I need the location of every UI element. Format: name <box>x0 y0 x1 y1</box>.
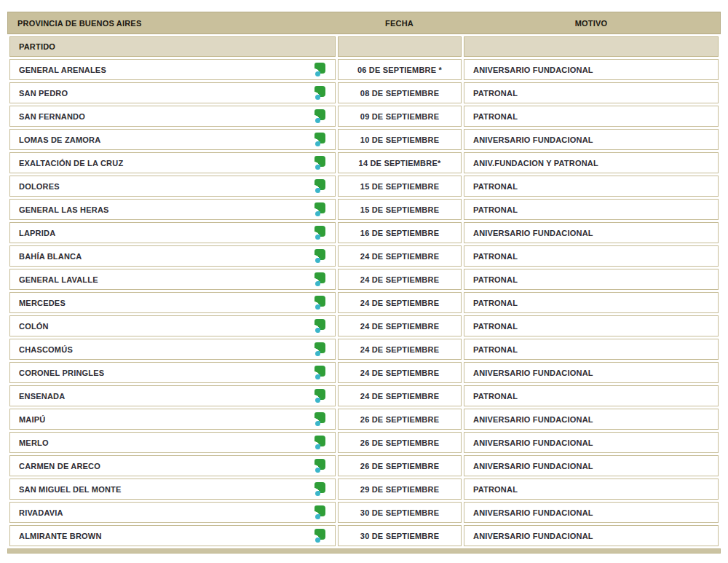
partido-name: GENERAL LAS HERAS <box>19 205 109 214</box>
provincia-logo-icon <box>314 179 325 193</box>
subheader-empty-fecha <box>338 36 462 57</box>
fecha-cell: 29 DE SEPTIEMBRE <box>338 479 462 500</box>
table-row: GENERAL LAS HERAS 15 DE SEPTIEMBRE PATRO… <box>9 199 719 220</box>
partido-name: ENSENADA <box>19 392 65 401</box>
table-row: COLÓN 24 DE SEPTIEMBRE PATRONAL <box>9 315 719 336</box>
table-row: BAHÍA BLANCA 24 DE SEPTIEMBRE PATRONAL <box>9 245 719 267</box>
fecha-cell: 10 DE SEPTIEMBRE <box>338 129 462 150</box>
holidays-table: PARTIDO GENERAL ARENALES 06 DE SEPTIEMBR… <box>7 34 721 548</box>
table-row: CORONEL PRINGLES 24 DE SEPTIEMBRE ANIVER… <box>9 362 719 383</box>
partido-name: MERLO <box>19 438 49 447</box>
header-provincia-de-buenos-aires: PROVINCIA DE BUENOS AIRES <box>8 19 336 28</box>
provincia-logo-icon <box>314 272 325 286</box>
document-page: PROVINCIA DE BUENOS AIRES FECHA MOTIVO P… <box>0 0 728 554</box>
provincia-logo-icon <box>314 459 325 473</box>
fecha-cell: 08 DE SEPTIEMBRE <box>338 82 462 103</box>
partido-name: CORONEL PRINGLES <box>19 369 104 377</box>
partido-name: MERCEDES <box>19 299 66 307</box>
table-row: GENERAL ARENALES 06 DE SEPTIEMBRE * ANIV… <box>9 59 719 80</box>
table-row: CHASCOMÚS 24 DE SEPTIEMBRE PATRONAL <box>9 339 719 360</box>
partido-name: LOMAS DE ZAMORA <box>19 135 100 144</box>
fecha-cell: 26 DE SEPTIEMBRE <box>338 455 462 476</box>
fecha-cell: 26 DE SEPTIEMBRE <box>338 409 462 430</box>
table-row: RIVADAVIA 30 DE SEPTIEMBRE ANIVERSARIO F… <box>9 502 719 523</box>
partido-name: SAN PEDRO <box>19 89 68 98</box>
fecha-cell: 09 DE SEPTIEMBRE <box>338 106 462 127</box>
provincia-logo-icon <box>314 505 325 519</box>
table-row: LAPRIDA 16 DE SEPTIEMBRE ANIVERSARIO FUN… <box>9 222 719 243</box>
fecha-cell: 26 DE SEPTIEMBRE <box>338 432 462 453</box>
provincia-logo-icon <box>314 86 325 100</box>
subheader-partido: PARTIDO <box>9 36 336 57</box>
motivo-cell: ANIVERSARIO FUNDACIONAL <box>464 129 719 150</box>
table-row: GENERAL LAVALLE 24 DE SEPTIEMBRE PATRONA… <box>9 269 719 290</box>
partido-name: GENERAL LAVALLE <box>19 275 98 284</box>
partido-name: BAHÍA BLANCA <box>19 252 82 261</box>
partido-name: SAN FERNANDO <box>19 112 85 121</box>
fecha-cell: 24 DE SEPTIEMBRE <box>338 315 462 336</box>
partido-name: LAPRIDA <box>19 229 55 237</box>
partido-name: ALMIRANTE BROWN <box>19 532 102 540</box>
motivo-cell: PATRONAL <box>464 269 719 290</box>
provincia-logo-icon <box>314 482 325 496</box>
fecha-cell: 24 DE SEPTIEMBRE <box>338 339 462 360</box>
table-row: MAIPÚ 26 DE SEPTIEMBRE ANIVERSARIO FUNDA… <box>9 409 719 430</box>
partido-name: GENERAL ARENALES <box>19 66 106 74</box>
motivo-cell: ANIV.FUNDACION Y PATRONAL <box>464 152 719 173</box>
motivo-cell: PATRONAL <box>464 292 719 313</box>
table-row: SAN FERNANDO 09 DE SEPTIEMBRE PATRONAL <box>9 106 719 127</box>
motivo-cell: ANIVERSARIO FUNDACIONAL <box>464 502 719 523</box>
provincia-logo-icon <box>314 133 325 146</box>
motivo-cell: ANIVERSARIO FUNDACIONAL <box>464 222 719 243</box>
motivo-cell: ANIVERSARIO FUNDACIONAL <box>464 455 719 476</box>
fecha-cell: 15 DE SEPTIEMBRE <box>338 199 462 220</box>
partido-name: MAIPÚ <box>19 415 45 424</box>
table-row: ENSENADA 24 DE SEPTIEMBRE PATRONAL <box>9 385 719 406</box>
table-footer-bar <box>7 548 721 554</box>
provincia-logo-icon <box>314 342 325 356</box>
table-row: SAN MIGUEL DEL MONTE 29 DE SEPTIEMBRE PA… <box>9 479 719 500</box>
fecha-cell: 30 DE SEPTIEMBRE <box>338 502 462 523</box>
motivo-cell: ANIVERSARIO FUNDACIONAL <box>464 362 719 383</box>
fecha-cell: 24 DE SEPTIEMBRE <box>338 245 462 267</box>
motivo-cell: ANIVERSARIO FUNDACIONAL <box>464 525 719 546</box>
subheader-row: PARTIDO <box>9 36 719 57</box>
fecha-cell: 16 DE SEPTIEMBRE <box>338 222 462 243</box>
partido-name: EXALTACIÓN DE LA CRUZ <box>19 159 123 168</box>
table-header-bar: PROVINCIA DE BUENOS AIRES FECHA MOTIVO <box>7 12 721 34</box>
header-fecha: FECHA <box>336 19 462 28</box>
fecha-cell: 24 DE SEPTIEMBRE <box>338 269 462 290</box>
table-row: EXALTACIÓN DE LA CRUZ 14 DE SEPTIEMBRE* … <box>9 152 719 173</box>
fecha-cell: 24 DE SEPTIEMBRE <box>338 292 462 313</box>
provincia-logo-icon <box>314 109 325 123</box>
table-row: MERCEDES 24 DE SEPTIEMBRE PATRONAL <box>9 292 719 313</box>
provincia-logo-icon <box>314 319 325 333</box>
fecha-cell: 15 DE SEPTIEMBRE <box>338 176 462 197</box>
partido-name: CARMEN DE ARECO <box>19 462 100 471</box>
header-motivo: MOTIVO <box>462 19 720 28</box>
motivo-cell: ANIVERSARIO FUNDACIONAL <box>464 409 719 430</box>
partido-name: RIVADAVIA <box>19 508 63 517</box>
motivo-cell: PATRONAL <box>464 339 719 360</box>
motivo-cell: PATRONAL <box>464 315 719 336</box>
table-row: DOLORES 15 DE SEPTIEMBRE PATRONAL <box>9 176 719 197</box>
provincia-logo-icon <box>314 249 325 263</box>
table-row: ALMIRANTE BROWN 30 DE SEPTIEMBRE ANIVERS… <box>9 525 719 546</box>
table-row: SAN PEDRO 08 DE SEPTIEMBRE PATRONAL <box>9 82 719 103</box>
partido-name: CHASCOMÚS <box>19 345 73 354</box>
motivo-cell: PATRONAL <box>464 106 719 127</box>
table-row: MERLO 26 DE SEPTIEMBRE ANIVERSARIO FUNDA… <box>9 432 719 453</box>
provincia-logo-icon <box>314 529 325 543</box>
provincia-logo-icon <box>314 226 325 240</box>
motivo-cell: PATRONAL <box>464 245 719 267</box>
partido-name: SAN MIGUEL DEL MONTE <box>19 485 122 494</box>
provincia-logo-icon <box>314 63 325 76</box>
table-row: LOMAS DE ZAMORA 10 DE SEPTIEMBRE ANIVERS… <box>9 129 719 150</box>
provincia-logo-icon <box>314 389 325 403</box>
motivo-cell: ANIVERSARIO FUNDACIONAL <box>464 59 719 80</box>
motivo-cell: PATRONAL <box>464 479 719 500</box>
fecha-cell: 14 DE SEPTIEMBRE* <box>338 152 462 173</box>
motivo-cell: PATRONAL <box>464 199 719 220</box>
provincia-logo-icon <box>314 202 325 216</box>
partido-name: DOLORES <box>19 182 60 191</box>
